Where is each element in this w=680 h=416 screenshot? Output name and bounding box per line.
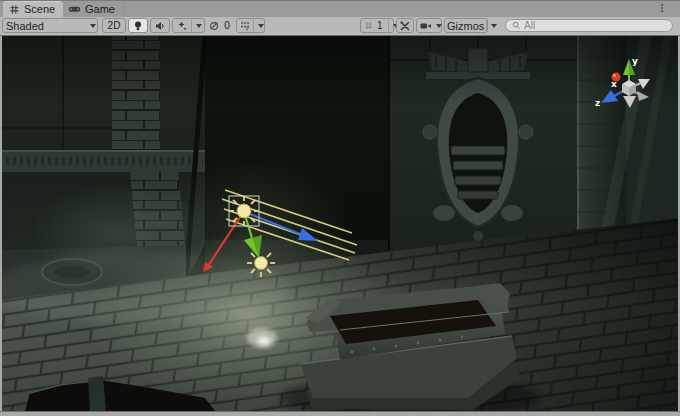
chevron-down-icon xyxy=(90,24,96,28)
bottom-frame xyxy=(0,411,680,416)
gizmos-dropdown[interactable]: Gizmos xyxy=(444,18,488,33)
chevron-down-icon xyxy=(258,24,264,28)
grid-dots-icon: Y xyxy=(240,20,250,31)
tools-icon xyxy=(399,20,411,32)
search-icon xyxy=(512,21,521,30)
more-menu-icon[interactable] xyxy=(657,3,667,15)
scene-grid-icon xyxy=(9,4,20,15)
grid-visibility-dropdown[interactable]: Y xyxy=(236,18,265,33)
scene-lighting-toggle[interactable] xyxy=(128,18,148,33)
tab-game[interactable]: Game xyxy=(62,1,124,17)
snap-grid-icon xyxy=(364,21,373,30)
camera-dropdown-button[interactable] xyxy=(416,18,442,33)
effects-stars-icon xyxy=(176,20,188,32)
shading-mode-dropdown[interactable]: Shaded xyxy=(2,18,98,33)
scene-viewport[interactable]: y x z xyxy=(2,36,678,411)
gizmos-label: Gizmos xyxy=(445,20,486,32)
component-tools-button[interactable] xyxy=(396,18,414,33)
search-input[interactable] xyxy=(524,20,666,31)
snap-increment-dropdown[interactable]: 1 xyxy=(360,18,394,33)
tab-game-label: Game xyxy=(85,3,115,15)
hidden-eye-icon xyxy=(208,20,220,32)
scene-view-window: Scene Game Shaded 2D xyxy=(0,0,680,416)
scene-toolbar: Shaded 2D xyxy=(0,17,680,36)
tab-scene[interactable]: Scene xyxy=(3,1,63,17)
axis-x-label: x xyxy=(611,79,617,89)
scene-visibility-toggle[interactable]: 0 xyxy=(206,18,234,33)
2d-toggle-button[interactable]: 2D xyxy=(102,18,126,33)
camera-icon xyxy=(420,21,432,31)
effects-chevron[interactable] xyxy=(191,19,206,32)
vignette xyxy=(2,36,678,106)
grid-axis-letter: Y xyxy=(244,26,249,31)
2d-label: 2D xyxy=(108,20,121,31)
directional-light-gizmo[interactable] xyxy=(229,196,259,226)
scene-audio-toggle[interactable] xyxy=(150,18,170,33)
speaker-icon xyxy=(154,20,166,32)
axis-z-label: z xyxy=(595,98,600,108)
grid-chevron[interactable] xyxy=(253,19,268,32)
axis-y-label: y xyxy=(632,56,638,66)
tab-scene-label: Scene xyxy=(24,3,55,15)
chevron-down-icon xyxy=(491,24,497,28)
hidden-objects-count: 0 xyxy=(222,20,232,31)
chevron-down-icon xyxy=(196,24,202,28)
gizmos-chevron[interactable] xyxy=(486,19,501,32)
chevron-down-icon xyxy=(436,24,442,28)
shading-mode-label: Shaded xyxy=(3,20,89,32)
specular-highlight xyxy=(247,328,277,348)
gamepad-icon xyxy=(68,4,81,14)
lightbulb-icon xyxy=(132,20,144,32)
snap-value: 1 xyxy=(375,20,385,31)
tab-bar: Scene Game xyxy=(0,0,680,17)
effects-dropdown-button[interactable] xyxy=(172,18,205,33)
scene-search-field[interactable] xyxy=(505,19,673,32)
